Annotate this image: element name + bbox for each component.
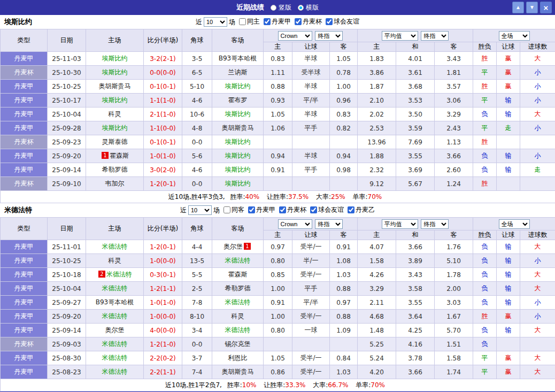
team-name-link[interactable]: 米德法特 [102, 340, 128, 348]
matches-label: 场 [229, 18, 235, 27]
cell-date: 25-09-20 [48, 310, 86, 324]
team-name-link[interactable]: 奥尔堡 [223, 243, 243, 250]
cell-score: 1-2(1-1) [144, 282, 182, 296]
filter-option[interactable]: 丹麦杯 [275, 205, 306, 214]
cell-avg-away: 3.57 [435, 80, 473, 94]
layout-option-vertical[interactable]: 竖版 [271, 3, 291, 12]
odds-stage-select[interactable]: 终指 [315, 31, 343, 41]
cell-handicap: 半球 [292, 52, 330, 66]
team-name-link[interactable]: 灵斯泰德 [102, 138, 128, 145]
filter-option[interactable]: 丹麦乙 [344, 205, 375, 214]
radio-icon-vertical[interactable] [271, 5, 276, 11]
period-header-cell: 全场 [473, 218, 555, 230]
cell-odds-away: 0.91 [330, 240, 358, 254]
radio-icon-horizontal[interactable] [298, 5, 304, 11]
avg-stage-select[interactable]: 终指 [421, 219, 449, 229]
team-name-link[interactable]: B93哥本哈根 [96, 298, 134, 306]
team-name-link[interactable]: 埃斯比约 [225, 110, 251, 118]
summary-cell: 近10场,胜4平3负3, 胜率:40% 让胜率:37.5% 大率:25% 单率:… [1, 191, 555, 203]
scroll-up-button[interactable]: ▲ [512, 2, 524, 13]
team-name-link[interactable]: 埃斯比约 [102, 55, 128, 62]
cell-score: 3-2(2-1) [144, 52, 182, 66]
team-name-link[interactable]: 埃斯比约 [225, 152, 251, 159]
team-name-link[interactable]: 米德法特 [106, 271, 132, 278]
team-name-link[interactable]: 奥尔堡 [105, 326, 125, 334]
team-name-link[interactable]: 埃斯比约 [102, 124, 128, 132]
filter-checkbox[interactable] [348, 206, 354, 213]
cell-home-team: 希勒罗德 [86, 163, 144, 177]
filter-checkbox[interactable] [295, 18, 302, 25]
team-name-link[interactable]: 霍森斯 [110, 152, 129, 159]
cell-odds-home: 0.86 [264, 365, 292, 379]
cell-corners: 3-5 [182, 52, 212, 66]
team-name-link[interactable]: 米德法特 [102, 354, 128, 362]
filter-checkbox[interactable] [326, 18, 333, 25]
cell-handicap-result: 输 [497, 94, 520, 107]
bookmaker-select[interactable]: Crown [278, 31, 312, 41]
filter-checkbox[interactable] [248, 206, 255, 213]
team-name-link[interactable]: 希勒罗德 [102, 166, 128, 173]
avg-stage-select[interactable]: 终指 [421, 31, 449, 41]
filter-option[interactable]: 丹麦甲 [244, 205, 275, 214]
team-name-link[interactable]: 奥胡斯贵马 [222, 124, 254, 132]
team-name-link[interactable]: 霍森斯 [228, 271, 248, 278]
close-button[interactable]: × [540, 2, 552, 13]
filter-option[interactable]: 丹麦杯 [291, 17, 322, 26]
team-name-link[interactable]: 埃斯比约 [225, 180, 251, 187]
team-name-link[interactable]: 兰讷斯 [228, 68, 248, 76]
team-name-link[interactable]: 埃斯比约 [225, 138, 251, 145]
cell-league: 丹麦甲 [1, 80, 48, 94]
period-select[interactable]: 全场 [499, 219, 530, 229]
team-name-link[interactable]: B93哥本哈根 [219, 55, 257, 62]
cell-avg-away: 1.58 [435, 351, 473, 365]
team-name-link[interactable]: 米德法特 [225, 326, 251, 334]
team-name-link[interactable]: 韦加尔 [105, 180, 125, 187]
cell-result: 平 [473, 94, 497, 107]
cell-handicap [292, 177, 330, 191]
match-count-select[interactable]: 10 [188, 205, 212, 215]
filter-option[interactable]: 同主 [235, 17, 260, 26]
team-name-link[interactable]: 科灵 [232, 312, 244, 320]
col-avg-home: 主 [358, 42, 396, 52]
cell-away-team: B93哥本哈根 [212, 52, 264, 66]
team-name-link[interactable]: 米德法特 [102, 285, 128, 292]
team-name-link[interactable]: 米德法特 [102, 312, 128, 320]
bookmaker-select[interactable]: Crown [278, 219, 312, 229]
odds-stage-select[interactable]: 终指 [315, 219, 343, 229]
rank-badge: 1 [244, 243, 251, 250]
match-count-select[interactable]: 10 [204, 17, 227, 27]
team-name-link[interactable]: 埃斯比约 [102, 96, 128, 104]
filter-checkbox[interactable] [264, 18, 271, 25]
team-name-link[interactable]: 科灵 [109, 110, 121, 118]
filter-checkbox[interactable] [310, 206, 317, 213]
average-select[interactable]: 平均值 [382, 219, 418, 229]
filter-checkbox[interactable] [279, 206, 286, 213]
filter-checkbox[interactable] [239, 18, 246, 25]
cell-score: 1-0(1-0) [144, 296, 182, 310]
team-name-link[interactable]: 米德法特 [102, 368, 128, 375]
filter-checkbox[interactable] [223, 206, 230, 213]
team-name-link[interactable]: 奥胡斯贵马 [222, 368, 254, 375]
team-name-link[interactable]: 米德法特 [225, 257, 251, 264]
layout-option-horizontal[interactable]: 横版 [298, 3, 319, 12]
team-name-link[interactable]: 埃斯比约 [225, 166, 251, 173]
filter-option[interactable]: 丹麦甲 [260, 17, 291, 26]
team-name-link[interactable]: 利恩比 [228, 354, 248, 362]
team-name-link[interactable]: 埃斯比约 [225, 82, 251, 90]
average-select[interactable]: 平均值 [382, 31, 418, 41]
team-name-link[interactable]: 霍布罗 [228, 96, 248, 104]
filter-option[interactable]: 球会友谊 [306, 205, 344, 214]
scroll-down-button[interactable]: ▼ [526, 2, 538, 13]
period-select[interactable]: 全场 [499, 31, 530, 41]
filter-option[interactable]: 球会友谊 [322, 17, 359, 26]
team-name-link[interactable]: 埃斯比约 [102, 68, 128, 76]
team-name-link[interactable]: 希勒罗德 [225, 285, 251, 292]
team-name-link[interactable]: 科灵 [109, 257, 121, 264]
match-row: 丹麦甲25-08-30米德法特2-2(0-2)3-7利恩比1.05受半/一0.8… [1, 351, 555, 365]
filter-option[interactable]: 同客 [220, 205, 244, 214]
cell-avg-home: 2.11 [358, 296, 396, 310]
team-name-link[interactable]: 锡尔克堡 [225, 340, 251, 348]
team-name-link[interactable]: 米德法特 [102, 243, 128, 250]
team-name-link[interactable]: 米德法特 [225, 298, 251, 306]
team-name-link[interactable]: 奥胡斯贵马 [99, 82, 131, 90]
